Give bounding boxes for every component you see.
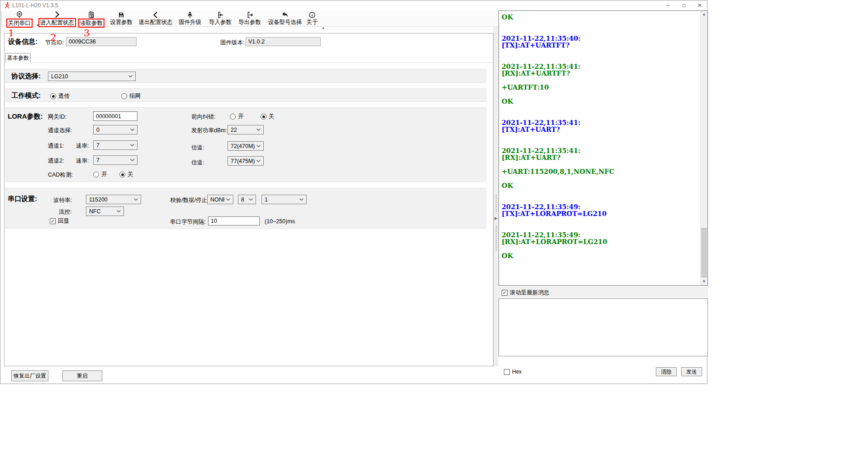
node-id-field[interactable]: 0009CC36	[66, 37, 137, 46]
about-dropdown-caret[interactable]: ▼	[322, 27, 325, 30]
import-icon	[217, 11, 224, 19]
scroll-down-icon[interactable]: ▼	[701, 278, 707, 285]
byte-interval-hint: (10~250)ms	[265, 218, 295, 225]
chevron-down-icon	[130, 129, 134, 131]
toolbar-button-import-params[interactable]: 导入参数	[207, 10, 234, 27]
log-line: 2021-11-22,11:35:41:	[502, 147, 699, 154]
channel2-freq-dropdown[interactable]: 77(475M)	[228, 156, 264, 166]
log-output-area[interactable]: OK 2021-11-22,11:35:40:[TX]:AT+UARTFT? 2…	[498, 10, 708, 286]
toolbar-label-set-params: 设置参数	[110, 19, 133, 26]
cad-label: CAD检测:	[48, 171, 73, 179]
work-mode-transparent-radio[interactable]: 透传	[50, 92, 70, 100]
chevron-down-icon	[226, 198, 230, 201]
radio-selected-icon	[50, 93, 56, 99]
cad-off-radio[interactable]: 关	[119, 171, 133, 178]
serial-section: 串口设置: 波特率: 115200 校验/数据/停止: NONE 8 1 流控:	[5, 188, 486, 229]
toolbar-button-read-params[interactable]: 读取参数	[77, 10, 106, 27]
autoscroll-checkbox[interactable]: ✓ 滚动至最新消息	[502, 289, 550, 297]
autoscroll-strip: ✓ 滚动至最新消息	[498, 287, 708, 297]
channel2-rate-dropdown[interactable]: 7	[93, 155, 138, 165]
flow-control-dropdown[interactable]: NFC	[86, 206, 124, 216]
toolbar-label-device-model-select: 设备型号选择	[268, 19, 302, 26]
toolbar-button-enter-config[interactable]: 进入配置状态	[38, 10, 76, 27]
channel1-label: 通道1:	[48, 142, 64, 150]
log-line: +UARTFT:10	[502, 84, 699, 91]
toolbar-label-close-serial: 关闭串口	[6, 19, 33, 28]
log-line: [TX]:AT+LORAPROT=LG210	[502, 210, 699, 217]
checkbox-checked-icon: ✓	[502, 290, 508, 296]
maximize-button[interactable]: □	[676, 0, 692, 10]
log-blank-line	[502, 175, 699, 182]
titlebar: L101-L-H20 V1.3.5 – □ ✕	[0, 0, 707, 10]
log-blank-line	[502, 189, 699, 197]
radio-unselected-icon	[93, 172, 99, 177]
toolbar-button-about[interactable]: 关于	[304, 10, 320, 27]
clear-button[interactable]: 清除	[656, 367, 677, 376]
chevron-down-icon	[117, 210, 121, 212]
toolbar-button-export-params[interactable]: 导出参数	[236, 10, 263, 27]
config-panel: 设备信息: 节点ID: 0009CC36 固件版本: V1.0.2 基本参数 协…	[4, 33, 493, 366]
scrollbar-thumb[interactable]	[701, 228, 707, 278]
databits-dropdown[interactable]: 8	[238, 195, 256, 204]
toolbar-button-device-model-select[interactable]: 设备型号选择	[266, 10, 304, 27]
byte-interval-input[interactable]: 10	[208, 216, 260, 225]
channel1-rate-dropdown[interactable]: 7	[93, 140, 138, 150]
radio-selected-icon	[261, 114, 266, 120]
device-info-label: 设备信息:	[8, 38, 38, 46]
baud-dropdown[interactable]: 115200	[86, 195, 141, 204]
back-arrow-icon	[281, 11, 289, 19]
tx-power-dropdown[interactable]: 22	[228, 125, 264, 134]
log-scrollbar[interactable]: ▲ ▼	[700, 11, 707, 285]
tab-basic-params[interactable]: 基本参数	[5, 53, 31, 63]
log-blank-line	[502, 77, 699, 84]
fec-label: 前向纠错:	[191, 113, 215, 121]
toolbar-button-firmware-upgrade[interactable]: 固件升级	[176, 10, 204, 27]
parity-dropdown[interactable]: NONE	[207, 195, 233, 204]
close-button[interactable]: ✕	[692, 0, 708, 10]
stopbits-dropdown[interactable]: 1	[261, 195, 307, 204]
gateway-id-input[interactable]: 00000001	[93, 111, 138, 121]
save-icon	[118, 11, 125, 19]
fec-on-radio[interactable]: 开	[230, 113, 244, 120]
send-button[interactable]: 发送	[681, 367, 702, 376]
work-mode-network-radio[interactable]: 组网	[121, 92, 141, 100]
protocol-label: 协议选择:	[11, 72, 41, 81]
chevron-right-icon	[54, 11, 60, 18]
checkbox-checked-icon: ✓	[50, 218, 56, 224]
fec-off-radio[interactable]: 关	[261, 113, 275, 120]
cad-on-radio[interactable]: 开	[93, 171, 107, 178]
minimize-button[interactable]: –	[659, 0, 676, 10]
chevron-down-icon	[249, 198, 253, 201]
annotation-number-2: 2	[50, 33, 56, 43]
scroll-up-icon[interactable]: ▲	[701, 11, 707, 18]
toolbar-button-close-serial[interactable]: 关闭串口	[3, 10, 36, 27]
lora-section: LORA参数: 网关ID: 00000001 前向纠错: 开 关 通道选择: 0…	[5, 107, 486, 182]
log-line: 2021-11-22,11:35:49:	[502, 231, 699, 239]
toolbar-gripper[interactable]	[1, 12, 2, 25]
panel-splitter[interactable]: ▶	[493, 27, 498, 366]
factory-reset-button[interactable]: 恢复出厂设置	[11, 370, 48, 381]
channel-select-dropdown[interactable]: 0	[93, 125, 138, 134]
toolbar-button-set-params[interactable]: 设置参数	[108, 10, 135, 27]
toolbar-label-export-params: 导出参数	[238, 19, 261, 26]
lora-section-label: LORA参数:	[8, 112, 43, 121]
hex-checkbox[interactable]: Hex	[504, 369, 522, 375]
channel1-freq-dropdown[interactable]: 72(470M)	[228, 141, 264, 151]
splitter-grip-dots	[495, 194, 497, 213]
splitter-grip-dots	[495, 225, 497, 251]
protocol-select[interactable]: LG210	[48, 72, 136, 81]
firmware-version-field[interactable]: V1.0.2	[246, 37, 321, 46]
toolbar-label-exit-config: 退出配置状态	[139, 19, 173, 26]
echo-checkbox[interactable]: ✓ 回显	[50, 217, 69, 225]
send-input-area[interactable]	[498, 298, 708, 356]
splitter-collapse-arrow[interactable]: ▶	[494, 216, 498, 221]
log-line: [RX]:AT+UART?	[502, 154, 699, 161]
app-window: L101-L-H20 V1.3.5 – □ ✕ 关闭串口 ▼ 进入配置状态	[0, 0, 707, 384]
chevron-down-icon	[128, 75, 133, 77]
work-mode-section: 工作模式: 透传 组网	[5, 88, 486, 102]
log-blank-line	[502, 217, 699, 225]
toolbar-button-exit-config[interactable]: 退出配置状态	[138, 10, 174, 27]
restart-button[interactable]: 重启	[62, 370, 102, 381]
radio-unselected-icon	[121, 93, 127, 99]
rocket-icon	[186, 11, 194, 19]
